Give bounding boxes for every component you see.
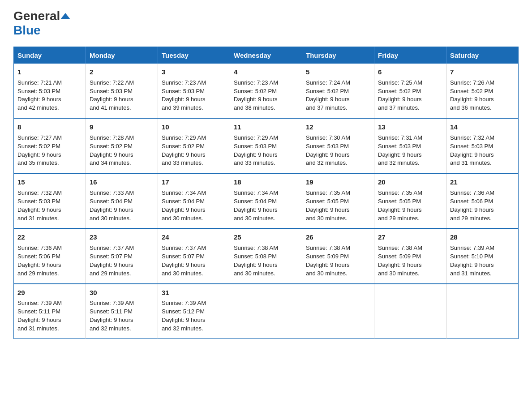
weekday-header-tuesday: Tuesday (158, 47, 230, 64)
sunrise-text: Sunrise: 7:28 AM (90, 134, 134, 141)
calendar-week-4: 22Sunrise: 7:36 AMSunset: 5:06 PMDayligh… (14, 228, 519, 283)
calendar-week-2: 8Sunrise: 7:27 AMSunset: 5:02 PMDaylight… (14, 118, 519, 173)
day-number: 29 (17, 288, 82, 298)
day-number: 8 (17, 122, 82, 132)
sunset-text: Sunset: 5:03 PM (378, 143, 421, 150)
daylight-text: Daylight: 9 hours (306, 261, 350, 268)
daylight-minutes: and 35 minutes. (17, 159, 59, 166)
daylight-minutes: and 33 minutes. (234, 159, 275, 166)
day-number: 5 (306, 67, 370, 77)
daylight-text: Daylight: 9 hours (450, 96, 494, 103)
sunset-text: Sunset: 5:07 PM (90, 253, 133, 260)
day-number: 30 (90, 288, 154, 298)
daylight-minutes: and 37 minutes. (306, 104, 348, 111)
day-number: 25 (234, 232, 298, 242)
calendar-cell (230, 284, 302, 339)
daylight-minutes: and 30 minutes. (306, 270, 348, 277)
calendar-cell: 29Sunrise: 7:39 AMSunset: 5:11 PMDayligh… (14, 284, 86, 339)
calendar-cell: 27Sunrise: 7:38 AMSunset: 5:09 PMDayligh… (374, 228, 446, 283)
daylight-minutes: and 34 minutes. (90, 159, 131, 166)
daylight-minutes: and 37 minutes. (378, 104, 420, 111)
sunrise-text: Sunrise: 7:37 AM (162, 244, 206, 251)
calendar-header-row: SundayMondayTuesdayWednesdayThursdayFrid… (14, 47, 519, 64)
day-number: 27 (378, 232, 442, 242)
daylight-text: Daylight: 9 hours (234, 151, 278, 158)
sunset-text: Sunset: 5:04 PM (90, 198, 133, 205)
sunrise-text: Sunrise: 7:37 AM (90, 244, 134, 251)
calendar-cell: 13Sunrise: 7:31 AMSunset: 5:03 PMDayligh… (374, 118, 446, 173)
daylight-minutes: and 32 minutes. (90, 325, 131, 332)
weekday-header-saturday: Saturday (446, 47, 519, 64)
calendar-cell: 28Sunrise: 7:39 AMSunset: 5:10 PMDayligh… (446, 228, 519, 283)
calendar-cell: 18Sunrise: 7:34 AMSunset: 5:04 PMDayligh… (230, 173, 302, 228)
calendar-cell (302, 284, 374, 339)
daylight-minutes: and 42 minutes. (17, 104, 59, 111)
sunrise-text: Sunrise: 7:34 AM (234, 189, 278, 196)
calendar-cell: 3Sunrise: 7:23 AMSunset: 5:03 PMDaylight… (158, 64, 230, 118)
daylight-minutes: and 38 minutes. (234, 104, 275, 111)
day-number: 17 (162, 177, 226, 187)
calendar-cell: 11Sunrise: 7:29 AMSunset: 5:03 PMDayligh… (230, 118, 302, 173)
calendar-cell: 30Sunrise: 7:39 AMSunset: 5:11 PMDayligh… (86, 284, 158, 339)
daylight-text: Daylight: 9 hours (234, 206, 278, 213)
sunset-text: Sunset: 5:11 PM (17, 308, 60, 315)
daylight-minutes: and 33 minutes. (162, 159, 203, 166)
sunset-text: Sunset: 5:04 PM (162, 198, 205, 205)
daylight-minutes: and 29 minutes. (378, 215, 420, 222)
calendar-cell: 8Sunrise: 7:27 AMSunset: 5:02 PMDaylight… (14, 118, 86, 173)
sunset-text: Sunset: 5:09 PM (378, 253, 421, 260)
calendar-cell: 23Sunrise: 7:37 AMSunset: 5:07 PMDayligh… (86, 228, 158, 283)
sunset-text: Sunset: 5:02 PM (17, 143, 60, 150)
daylight-text: Daylight: 9 hours (90, 96, 133, 103)
sunrise-text: Sunrise: 7:31 AM (378, 134, 422, 141)
sunrise-text: Sunrise: 7:29 AM (162, 134, 206, 141)
weekday-header-sunday: Sunday (14, 47, 86, 64)
sunrise-text: Sunrise: 7:23 AM (162, 79, 206, 86)
calendar-cell: 5Sunrise: 7:24 AMSunset: 5:02 PMDaylight… (302, 64, 374, 118)
sunset-text: Sunset: 5:02 PM (90, 143, 133, 150)
day-number: 31 (162, 288, 226, 298)
calendar-table: SundayMondayTuesdayWednesdayThursdayFrid… (13, 47, 519, 339)
sunrise-text: Sunrise: 7:38 AM (234, 244, 278, 251)
logo-blue: Blue (13, 23, 41, 37)
sunset-text: Sunset: 5:04 PM (234, 198, 277, 205)
daylight-minutes: and 29 minutes. (17, 270, 59, 277)
daylight-minutes: and 31 minutes. (450, 270, 492, 277)
sunset-text: Sunset: 5:06 PM (17, 253, 60, 260)
sunset-text: Sunset: 5:03 PM (450, 143, 493, 150)
sunset-text: Sunset: 5:12 PM (162, 308, 205, 315)
day-number: 9 (90, 122, 154, 132)
daylight-minutes: and 30 minutes. (234, 270, 275, 277)
sunrise-text: Sunrise: 7:36 AM (17, 244, 62, 251)
sunset-text: Sunset: 5:10 PM (450, 253, 493, 260)
day-number: 7 (450, 67, 515, 77)
sunset-text: Sunset: 5:08 PM (234, 253, 277, 260)
daylight-minutes: and 32 minutes. (306, 159, 348, 166)
daylight-text: Daylight: 9 hours (306, 206, 350, 213)
daylight-text: Daylight: 9 hours (17, 317, 61, 323)
sunrise-text: Sunrise: 7:33 AM (90, 189, 134, 196)
daylight-text: Daylight: 9 hours (450, 151, 494, 158)
svg-marker-0 (60, 13, 70, 19)
sunset-text: Sunset: 5:06 PM (450, 198, 493, 205)
sunset-text: Sunset: 5:03 PM (17, 198, 60, 205)
daylight-text: Daylight: 9 hours (17, 261, 61, 268)
sunset-text: Sunset: 5:05 PM (378, 198, 421, 205)
day-number: 3 (162, 67, 226, 77)
weekday-header-thursday: Thursday (302, 47, 374, 64)
day-number: 1 (17, 67, 82, 77)
daylight-text: Daylight: 9 hours (306, 96, 350, 103)
day-number: 24 (162, 232, 226, 242)
daylight-minutes: and 31 minutes. (17, 325, 59, 332)
daylight-text: Daylight: 9 hours (378, 261, 422, 268)
logo-general: General (13, 9, 60, 23)
daylight-minutes: and 41 minutes. (90, 104, 131, 111)
sunrise-text: Sunrise: 7:30 AM (306, 134, 350, 141)
calendar-cell: 2Sunrise: 7:22 AMSunset: 5:03 PMDaylight… (86, 64, 158, 118)
sunset-text: Sunset: 5:07 PM (162, 253, 205, 260)
day-number: 21 (450, 177, 515, 187)
daylight-text: Daylight: 9 hours (378, 96, 422, 103)
calendar-cell: 12Sunrise: 7:30 AMSunset: 5:03 PMDayligh… (302, 118, 374, 173)
daylight-text: Daylight: 9 hours (162, 96, 206, 103)
calendar-cell (374, 284, 446, 339)
